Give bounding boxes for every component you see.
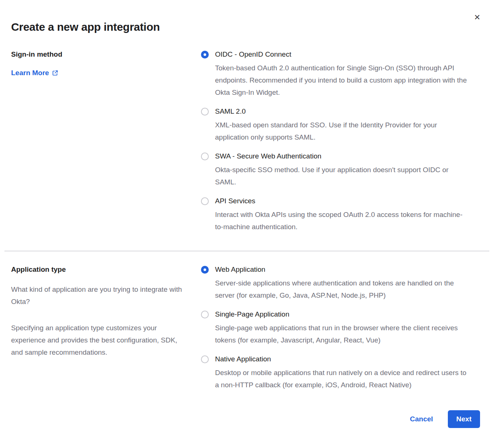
radio-option-label: SWA - Secure Web Authentication [215,152,467,160]
radio-option-description: Desktop or mobile applications that run … [215,367,467,391]
radio-option-description: Okta-specific SSO method. Use if your ap… [215,164,467,188]
radio-option-description: Token-based OAuth 2.0 authentication for… [215,62,467,98]
radio-option-native-application[interactable]: Native Application Desktop or mobile app… [201,355,467,391]
signin-method-label: Sign-in method [11,50,201,58]
radio-button-api-services[interactable] [201,197,209,205]
radio-button-saml-2-0[interactable] [201,108,209,116]
dialog-footer: Cancel Next [11,410,482,428]
create-app-integration-dialog: ✕ Create a new app integration Sign-in m… [0,21,493,428]
application-type-intro-2: Specifying an application type customize… [11,322,188,358]
radio-option-web-application[interactable]: Web Application Server-side applications… [201,265,467,301]
radio-option-oidc-openid-connect[interactable]: OIDC - OpenID Connect Token-based OAuth … [201,50,467,98]
radio-option-label: API Services [215,197,467,205]
radio-option-label: Native Application [215,355,467,363]
learn-more-label: Learn More [11,69,49,77]
radio-option-label: SAML 2.0 [215,107,467,116]
radio-option-description: Interact with Okta APIs using the scoped… [215,208,467,233]
signin-method-section: Sign-in method Learn More OIDC - OpenID … [11,50,482,233]
radio-option-label: OIDC - OpenID Connect [215,50,467,58]
application-type-label: Application type [11,265,201,274]
radio-button-native-application[interactable] [201,355,209,363]
next-button[interactable]: Next [448,410,480,428]
radio-option-description: XML-based open standard for SSO. Use if … [215,119,467,143]
radio-option-label: Single-Page Application [215,310,467,318]
radio-button-web-application[interactable] [201,266,209,274]
application-type-options: Web Application Server-side applications… [201,265,467,391]
external-link-icon [52,70,58,76]
cancel-button[interactable]: Cancel [410,415,433,423]
radio-option-single-page-application[interactable]: Single-Page Application Single-page web … [201,310,467,346]
radio-button-swa-secure-web-authentication[interactable] [201,153,209,160]
page-title: Create a new app integration [11,21,482,33]
radio-option-swa-secure-web-authentication[interactable]: SWA - Secure Web Authentication Okta-spe… [201,152,467,188]
radio-option-description: Single-page web applications that run in… [215,322,467,346]
learn-more-link[interactable]: Learn More [11,69,58,77]
radio-option-label: Web Application [215,265,467,274]
radio-option-saml-2-0[interactable]: SAML 2.0 XML-based open standard for SSO… [201,107,467,143]
radio-button-oidc-openid-connect[interactable] [201,51,209,58]
application-type-intro-1: What kind of application are you trying … [11,283,188,308]
radio-button-single-page-application[interactable] [201,311,209,318]
application-type-section: Application type What kind of applicatio… [11,265,482,391]
section-divider [4,251,489,251]
radio-option-api-services[interactable]: API Services Interact with Okta APIs usi… [201,197,467,233]
radio-option-description: Server-side applications where authentic… [215,277,467,301]
close-icon[interactable]: ✕ [474,13,480,21]
signin-method-options: OIDC - OpenID Connect Token-based OAuth … [201,50,467,233]
